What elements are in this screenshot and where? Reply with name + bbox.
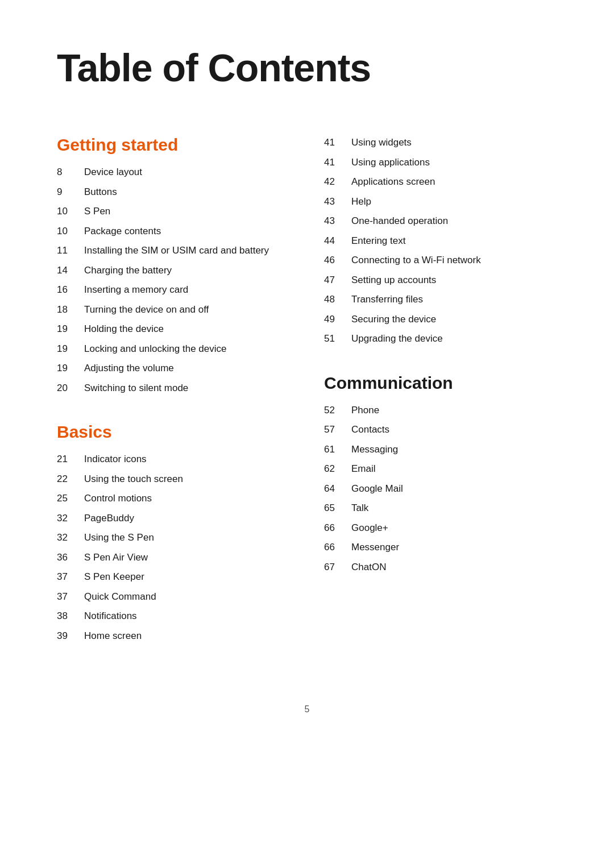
- toc-number: 46: [324, 253, 351, 268]
- list-item: 42 Applications screen: [324, 175, 557, 189]
- list-item: 41 Using applications: [324, 155, 557, 170]
- list-item: 32 PageBuddy: [57, 511, 290, 526]
- toc-number: 66: [324, 521, 351, 535]
- toc-text: S Pen Keeper: [84, 570, 144, 584]
- list-item: 9 Buttons: [57, 185, 290, 200]
- toc-number: 19: [57, 361, 84, 376]
- section-heading-communication: Communication: [324, 373, 557, 393]
- toc-text: Charging the battery: [84, 263, 172, 278]
- toc-number: 19: [57, 342, 84, 356]
- toc-text: Securing the device: [351, 312, 436, 327]
- toc-list-continuation: 41 Using widgets 41 Using applications 4…: [324, 135, 557, 346]
- toc-number: 8: [57, 165, 84, 180]
- list-item: 65 Talk: [324, 501, 557, 516]
- toc-number: 25: [57, 491, 84, 506]
- toc-number: 41: [324, 155, 351, 170]
- list-item: 14 Charging the battery: [57, 263, 290, 278]
- toc-number: 61: [324, 442, 351, 457]
- section-getting-started: Getting started 8 Device layout 9 Button…: [57, 135, 290, 395]
- toc-text: Messaging: [351, 442, 398, 457]
- toc-number: 32: [57, 511, 84, 526]
- toc-text: S Pen: [84, 204, 110, 219]
- toc-text: Email: [351, 462, 376, 476]
- toc-number: 32: [57, 530, 84, 545]
- toc-text: Installing the SIM or USIM card and batt…: [84, 243, 269, 258]
- list-item: 62 Email: [324, 462, 557, 476]
- toc-text: Google+: [351, 521, 388, 535]
- toc-number: 64: [324, 481, 351, 496]
- toc-number: 44: [324, 234, 351, 248]
- toc-number: 10: [57, 224, 84, 239]
- left-column: Getting started 8 Device layout 9 Button…: [57, 135, 290, 670]
- toc-number: 43: [324, 194, 351, 209]
- toc-number: 38: [57, 609, 84, 624]
- toc-number: 21: [57, 452, 84, 467]
- toc-number: 65: [324, 501, 351, 516]
- list-item: 11 Installing the SIM or USIM card and b…: [57, 243, 290, 258]
- right-column: 41 Using widgets 41 Using applications 4…: [324, 135, 557, 670]
- toc-text: ChatON: [351, 560, 386, 575]
- toc-number: 11: [57, 243, 84, 258]
- list-item: 39 Home screen: [57, 629, 290, 643]
- toc-text: Holding the device: [84, 322, 164, 337]
- list-item: 38 Notifications: [57, 609, 290, 624]
- toc-number: 62: [324, 462, 351, 476]
- toc-number: 37: [57, 589, 84, 604]
- toc-text: Device layout: [84, 165, 142, 180]
- list-item: 46 Connecting to a Wi-Fi network: [324, 253, 557, 268]
- toc-text: Help: [351, 194, 371, 209]
- toc-text: Contacts: [351, 422, 389, 437]
- toc-number: 10: [57, 204, 84, 219]
- toc-text: Talk: [351, 501, 368, 516]
- section-heading-basics: Basics: [57, 422, 290, 442]
- list-item: 66 Messenger: [324, 540, 557, 555]
- toc-number: 49: [324, 312, 351, 327]
- list-item: 49 Securing the device: [324, 312, 557, 327]
- toc-number: 66: [324, 540, 351, 555]
- section-communication: Communication 52 Phone 57 Contacts 61 Me…: [324, 373, 557, 575]
- toc-text: Adjusting the volume: [84, 361, 174, 376]
- section-continuation: 41 Using widgets 41 Using applications 4…: [324, 135, 557, 346]
- toc-number: 48: [324, 292, 351, 307]
- toc-list-basics: 21 Indicator icons 22 Using the touch sc…: [57, 452, 290, 643]
- toc-number: 41: [324, 135, 351, 150]
- toc-text: S Pen Air View: [84, 550, 148, 565]
- list-item: 10 S Pen: [57, 204, 290, 219]
- toc-text: Entering text: [351, 234, 405, 248]
- list-item: 37 Quick Command: [57, 589, 290, 604]
- toc-number: 36: [57, 550, 84, 565]
- toc-number: 42: [324, 175, 351, 189]
- toc-text: Switching to silent mode: [84, 381, 188, 396]
- toc-number: 14: [57, 263, 84, 278]
- toc-text: Inserting a memory card: [84, 283, 188, 297]
- list-item: 61 Messaging: [324, 442, 557, 457]
- list-item: 19 Locking and unlocking the device: [57, 342, 290, 356]
- toc-number: 51: [324, 331, 351, 346]
- toc-number: 57: [324, 422, 351, 437]
- list-item: 10 Package contents: [57, 224, 290, 239]
- list-item: 21 Indicator icons: [57, 452, 290, 467]
- toc-text: Buttons: [84, 185, 117, 200]
- toc-text: Package contents: [84, 224, 161, 239]
- list-item: 19 Adjusting the volume: [57, 361, 290, 376]
- toc-text: Locking and unlocking the device: [84, 342, 226, 356]
- list-item: 36 S Pen Air View: [57, 550, 290, 565]
- toc-text: Using the touch screen: [84, 472, 183, 487]
- list-item: 37 S Pen Keeper: [57, 570, 290, 584]
- list-item: 66 Google+: [324, 521, 557, 535]
- page-number: 5: [305, 704, 310, 714]
- toc-text: Using widgets: [351, 135, 412, 150]
- list-item: 67 ChatON: [324, 560, 557, 575]
- toc-text: Connecting to a Wi-Fi network: [351, 253, 481, 268]
- list-item: 51 Upgrading the device: [324, 331, 557, 346]
- list-item: 47 Setting up accounts: [324, 273, 557, 288]
- toc-text: Applications screen: [351, 175, 435, 189]
- list-item: 52 Phone: [324, 403, 557, 418]
- toc-text: PageBuddy: [84, 511, 134, 526]
- list-item: 64 Google Mail: [324, 481, 557, 496]
- list-item: 43 One-handed operation: [324, 214, 557, 229]
- toc-number: 16: [57, 283, 84, 297]
- toc-text: Home screen: [84, 629, 142, 643]
- toc-text: Indicator icons: [84, 452, 147, 467]
- toc-text: One-handed operation: [351, 214, 448, 229]
